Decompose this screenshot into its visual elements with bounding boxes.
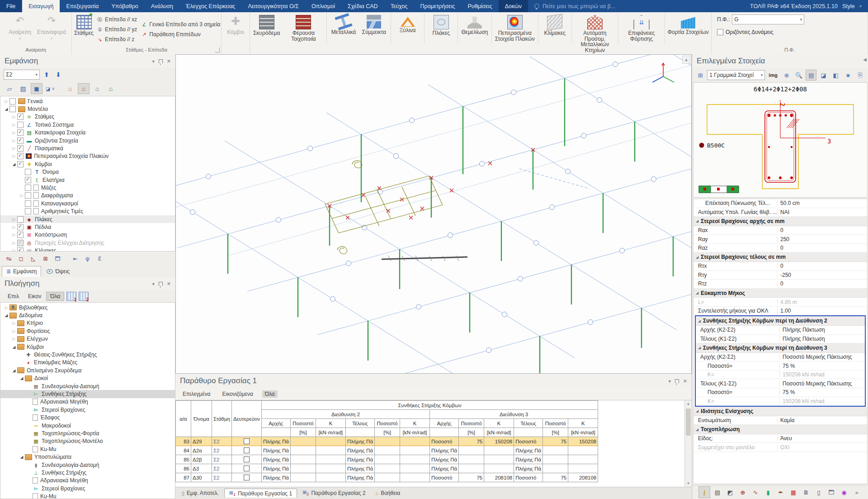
tree-item-Κοιτόστρωση[interactable]: ▷⊞Κοιτόστρωση xyxy=(0,231,175,239)
pf-combo[interactable]: G ▾ xyxy=(732,14,804,24)
expander-icon[interactable]: ▷ xyxy=(11,154,17,158)
tree-item-Πλάκες[interactable]: ▷◈Πλάκες xyxy=(0,215,175,223)
table-1-icon[interactable] xyxy=(66,292,76,301)
window-tab-Εμφ. Αποτελ.[interactable]: ▯Εμφ. Αποτελ. xyxy=(177,489,223,498)
property-row[interactable]: Rαz0 xyxy=(693,244,867,253)
clipboard-small-icon[interactable]: ▯ xyxy=(813,487,824,498)
viewport-scroll-up-icon[interactable]: ▲ xyxy=(682,56,690,64)
secondary-checkbox[interactable] xyxy=(244,447,250,453)
col-header-K[interactable]: K xyxy=(316,419,345,428)
expander-icon[interactable]: ▷ xyxy=(11,114,17,119)
tree-checkbox[interactable] xyxy=(25,169,31,175)
property-row[interactable]: Rαy250 xyxy=(693,235,867,244)
new-element-button-9[interactable]: Αυτόματη Προσομ. Μεταλλικών Κτηρίων xyxy=(574,14,616,54)
menu-tab-Εισαγωγή[interactable]: Εισαγωγή xyxy=(22,0,60,12)
expander-icon[interactable]: ◢ xyxy=(19,455,25,459)
col-header-K[interactable]: K xyxy=(568,419,598,428)
window-tab-Παράθυρο Εργασίας 2[interactable]: ⊞2Παράθυρο Εργασίας 2 xyxy=(298,489,370,498)
tree-checkbox[interactable] xyxy=(25,208,31,214)
house-green-icon[interactable]: ⌂ xyxy=(105,83,117,94)
section-expander-icon[interactable]: ◢ xyxy=(693,291,701,295)
menu-tab-Ρυθμίσεις[interactable]: Ρυθμίσεις xyxy=(461,0,498,12)
select-fence-icon[interactable]: ⊞ xyxy=(40,253,51,264)
close-icon[interactable]: ✕ xyxy=(683,378,687,384)
tree-item-Κόμβοι[interactable]: ◢Κόμβοι xyxy=(0,343,175,351)
property-row[interactable]: Rτx0 xyxy=(693,262,867,271)
col-header-Όνομα[interactable]: Όνομα xyxy=(191,401,212,437)
tree-item-Καταναγκασμοί[interactable]: Καταναγκασμοί xyxy=(0,200,175,207)
menu-tab-Προμετρήσεις[interactable]: Προμετρήσεις xyxy=(414,0,462,12)
expander-icon[interactable]: ◢ xyxy=(11,368,17,373)
table-2-icon[interactable] xyxy=(79,292,89,301)
view-hiddenline-icon[interactable]: ▤ xyxy=(806,70,816,81)
select-polygon-icon[interactable]: ◺ xyxy=(28,253,38,264)
col-header-Ποσοστό[interactable]: Ποσοστό xyxy=(459,419,484,428)
tree-checkbox[interactable] xyxy=(17,114,24,120)
pick-element-icon[interactable]: ⊞ xyxy=(695,70,706,81)
table-row[interactable]: 83Δ29Σ2Πλήρης ΠάΠλήρης ΠάΠοσοστό75150208… xyxy=(176,437,598,446)
tab-Εμφάνιση[interactable]: ≣Εμφάνιση xyxy=(2,266,41,277)
tree-item-Τοιχοπληρώσεις-Φορτία[interactable]: ▦Τοιχοπληρώσεις-Φορτία xyxy=(0,429,175,437)
filter-tab-Όλα[interactable]: Όλα xyxy=(262,390,278,398)
pin-icon[interactable] xyxy=(159,59,163,63)
property-row[interactable]: Rαx0 xyxy=(693,226,867,235)
menu-tab-Οπλισμοί[interactable]: Οπλισμοί xyxy=(305,0,341,12)
col-header-K[interactable]: K xyxy=(400,419,430,428)
property-row[interactable]: Κ=150208 kN·m/rad xyxy=(696,397,865,406)
view-solid-a-icon[interactable]: ◪ xyxy=(818,70,829,81)
add-node-icon[interactable]: ⊕ xyxy=(737,487,748,498)
tree-checkbox[interactable] xyxy=(17,232,24,238)
new-element-button-2[interactable]: Μεταλλικά xyxy=(329,14,358,36)
property-row[interactable]: Αυτόματος Υπολ. Γωνίας θλιβ. ...ΝΑΙ xyxy=(693,208,867,217)
close-icon[interactable]: ✕ xyxy=(167,281,171,287)
tree-checkbox[interactable] xyxy=(17,161,24,167)
table-row[interactable]: 85Δ2βΣ2Πλήρης ΠάΠλήρης ΠάΠλήρης ΠάΠλήρης… xyxy=(176,455,598,464)
tree-checkbox[interactable] xyxy=(17,216,24,223)
layers-db-icon[interactable]: ▤ xyxy=(712,487,723,498)
menu-tab-Δοκών[interactable]: Δοκών xyxy=(499,0,528,12)
tree-item-Δοκοί[interactable]: ◢Δοκοί xyxy=(0,375,175,382)
filter-tab-Εικονιζόμενα[interactable]: Εικονιζόμενα xyxy=(220,390,256,398)
new-element-button-8[interactable]: Κλίμακες xyxy=(540,14,570,37)
tree-item-Στερεοί Βραχίονες[interactable]: ⊨Στερεοί Βραχίονες xyxy=(0,485,175,492)
cad-colors-icon[interactable]: ▦ xyxy=(788,487,799,498)
tree-checkbox[interactable] xyxy=(17,247,24,252)
tree-item-Υποστυλώματα[interactable]: ◢Υποστυλώματα xyxy=(0,453,175,461)
filter-tab-Επιλεγμένα[interactable]: Επιλεγμένα xyxy=(180,390,213,398)
expander-icon[interactable]: ◢ xyxy=(11,162,17,166)
tree-item-Όνομα[interactable]: TΌνομα xyxy=(0,168,175,176)
house-dark-icon[interactable]: ⌂ xyxy=(91,83,103,94)
level-small-button-0[interactable]: ⒶΕπίπεδο // xz xyxy=(95,14,138,24)
tree-checkbox[interactable] xyxy=(17,153,24,159)
property-row[interactable]: Ποσοστό=75 % xyxy=(696,361,865,371)
expander-icon[interactable]: ▷ xyxy=(11,337,17,341)
tree-item-Πλασματικά[interactable]: ▷╱Πλασματικά xyxy=(0,144,175,152)
expander-icon[interactable]: ◢ xyxy=(3,313,9,318)
expander-icon[interactable]: ◢ xyxy=(19,376,25,380)
menu-tab-Τεύχος[interactable]: Τεύχος xyxy=(384,0,414,12)
tree-item-Κu-Mu[interactable]: Κu-Mu xyxy=(0,492,175,499)
property-row[interactable]: L=4.85 m xyxy=(693,298,867,307)
window-tab-Βοήθεια[interactable]: ⌂Βοήθεια xyxy=(371,489,405,498)
col-header-Δευτερεύον[interactable]: Δευτερεύον xyxy=(232,401,262,437)
col-header-Αρχής[interactable]: Αρχής xyxy=(261,419,290,428)
more-chevron-icon[interactable]: » xyxy=(851,487,862,498)
properties-form-icon[interactable]: 🗔 xyxy=(52,253,63,264)
section-expander-icon[interactable]: ◢ xyxy=(693,409,701,413)
tree-checkbox[interactable] xyxy=(9,106,16,112)
copy-image-icon[interactable]: ⎘ xyxy=(855,70,866,81)
new-element-button-5[interactable]: Πλάκες xyxy=(426,14,456,37)
tree-item-Διαφράγματα[interactable]: ▷Διαφράγματα xyxy=(0,192,175,200)
tree-item-Συνδεσμολογία-Διατομή[interactable]: ▮Συνδεσμολογία-Διατομή xyxy=(0,461,175,469)
section-expander-icon[interactable]: ◢ xyxy=(693,255,701,259)
menu-tab-Επεξεργασία[interactable]: Επεξεργασία xyxy=(60,0,105,12)
expander-icon[interactable]: ▷ xyxy=(11,321,17,325)
scrollbar-thumb[interactable] xyxy=(686,409,691,436)
tree-checkbox[interactable] xyxy=(25,192,31,199)
redo-button[interactable]: ↷ Επαναφορά˅ xyxy=(36,14,67,43)
new-element-button-11[interactable]: Φορτία Στοιχείων xyxy=(667,14,709,36)
col-header-Αρχής[interactable]: Αρχής xyxy=(430,419,459,428)
section-expander-icon[interactable]: ◢ xyxy=(696,346,703,350)
property-row[interactable]: Rτz0 xyxy=(693,280,867,289)
tree-item-Αδρανειακά Μεγέθη[interactable]: Αδρανειακά Μεγέθη xyxy=(0,398,175,406)
